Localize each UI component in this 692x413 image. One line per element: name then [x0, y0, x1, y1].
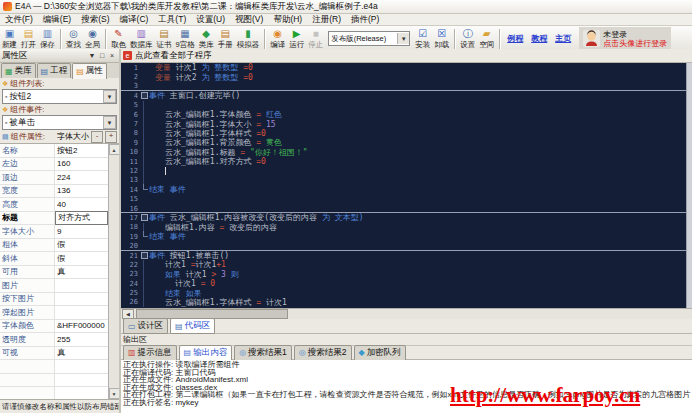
tab-search-result-1[interactable]: ◎搜索结果1: [234, 345, 292, 361]
menu-tools[interactable]: 工具(T): [153, 14, 191, 26]
panel-close-icon[interactable]: ×: [107, 51, 117, 61]
uninstall-button[interactable]: ☒卸载: [432, 27, 451, 51]
menu-search[interactable]: 搜索(S): [76, 14, 114, 26]
subroutine-bar[interactable]: e 点此查看全部子程序: [121, 49, 692, 63]
tab-output-content[interactable]: ▤输出内容: [179, 345, 233, 361]
workspace-button[interactable]: ▰空间: [477, 27, 496, 51]
settings-button[interactable]: ⓘ设置: [458, 27, 477, 51]
property-value[interactable]: &HFF000000: [55, 320, 108, 333]
property-row[interactable]: 左边160: [0, 158, 108, 172]
code-line[interactable]: 11云水_编辑框1.对齐方式 =0: [121, 157, 692, 166]
global-find-button[interactable]: ◉全局: [83, 27, 102, 51]
avatar[interactable]: [583, 30, 600, 47]
tab-code-area[interactable]: ▤代码区: [170, 318, 215, 334]
tab-search-result-2[interactable]: ◎搜索结果2: [294, 345, 352, 361]
property-row[interactable]: 高度40: [0, 198, 108, 212]
property-value[interactable]: 真: [55, 266, 108, 279]
tab-properties[interactable]: ▤属性: [72, 63, 107, 79]
compile-button[interactable]: ◉编译: [268, 27, 287, 51]
code-line[interactable]: 24计次1 = 0: [121, 279, 692, 288]
tab-tip-info[interactable]: ▥提示信息: [123, 345, 177, 361]
property-value[interactable]: 40: [55, 198, 108, 211]
menu-register[interactable]: 注册(R): [307, 14, 346, 26]
property-value[interactable]: 136: [55, 185, 108, 198]
property-value[interactable]: 255: [55, 333, 108, 346]
menu-compile[interactable]: 编译(C): [115, 14, 154, 26]
property-value[interactable]: 按钮2: [55, 144, 108, 157]
install-button[interactable]: ☑安装: [413, 27, 432, 51]
tab-design-area[interactable]: ▭设计区: [123, 318, 168, 334]
menu-plugins[interactable]: 插件(P): [346, 14, 384, 26]
code-line[interactable]: 13: [121, 176, 692, 185]
font-size-increase-button[interactable]: +: [105, 131, 117, 143]
save-button[interactable]: ▥保存: [38, 27, 57, 51]
scroll-down-icon[interactable]: ▼: [109, 388, 120, 399]
menu-view[interactable]: 视图(V): [230, 14, 268, 26]
code-line[interactable]: 19结束 事件: [121, 232, 692, 241]
code-line[interactable]: 14结束 事件: [121, 185, 692, 194]
property-value[interactable]: 真: [55, 347, 108, 360]
property-row[interactable]: 字体颜色&HFF000000: [0, 320, 108, 334]
property-grid-scrollbar[interactable]: ▲ ▼: [108, 144, 119, 399]
property-row[interactable]: 按下图片: [0, 293, 108, 307]
property-row[interactable]: 弹起图片: [0, 306, 108, 320]
run-button[interactable]: ▶运行: [287, 27, 306, 51]
code-line[interactable]: 18编辑框1.内容 = 改变后的内容: [121, 223, 692, 232]
component-list-dropdown-arrow-icon[interactable]: ▼: [103, 90, 116, 103]
property-value[interactable]: [55, 279, 108, 292]
property-row[interactable]: 可用真: [0, 266, 108, 280]
new-button[interactable]: ▣新建: [0, 27, 19, 51]
code-line[interactable]: 4事件 主窗口.创建完毕(): [121, 91, 692, 100]
property-value[interactable]: 9: [55, 225, 108, 238]
examples-link[interactable]: 例程: [507, 33, 523, 44]
property-value[interactable]: 160: [55, 158, 108, 171]
panel-pin-icon[interactable]: □: [97, 51, 107, 61]
tab-encrypt-queue[interactable]: ◆加密队列: [354, 345, 406, 361]
property-row[interactable]: 名称按钮2: [0, 144, 108, 158]
property-value[interactable]: 224: [55, 171, 108, 184]
property-row[interactable]: 顶边224: [0, 171, 108, 185]
manual-button[interactable]: ▤手册: [216, 27, 235, 51]
menu-help[interactable]: 帮助(H): [268, 14, 307, 26]
property-row[interactable]: 可视真: [0, 347, 108, 361]
release-combo[interactable]: 发布版(Release)▼: [328, 31, 410, 46]
code-line[interactable]: 15: [121, 194, 692, 203]
color-picker-button[interactable]: ✎取色: [109, 27, 128, 51]
property-value[interactable]: 假: [55, 252, 108, 265]
property-value[interactable]: [55, 293, 108, 306]
emulator-button[interactable]: ▮模拟器: [235, 27, 262, 51]
open-button[interactable]: ▤打开: [19, 27, 38, 51]
fold-box-icon[interactable]: [141, 214, 148, 221]
code-line[interactable]: 26云水_编辑框1.字体样式 = 计次1: [121, 298, 692, 307]
library-button[interactable]: ◆类库: [197, 27, 216, 51]
property-row[interactable]: 标题对齐方式: [0, 212, 108, 226]
component-event-dropdown-arrow-icon[interactable]: ▼: [103, 116, 116, 129]
component-list-dropdown[interactable]: ▪ 按钮2 ▼: [2, 89, 117, 104]
certificate-button[interactable]: ▤证书: [155, 27, 174, 51]
code-line[interactable]: 2变量 计次2 为 整数型 =0: [121, 72, 692, 81]
tab-project[interactable]: ▤工程: [37, 63, 72, 78]
menu-file[interactable]: 文件(F): [0, 14, 38, 26]
font-size-decrease-button[interactable]: -: [91, 131, 103, 143]
property-row[interactable]: 粗体假: [0, 239, 108, 253]
editor-vertical-scrollbar[interactable]: [686, 63, 692, 308]
property-value[interactable]: [55, 306, 108, 319]
login-hint[interactable]: 点击头像进行登录: [603, 39, 667, 48]
property-row[interactable]: 斜体假: [0, 252, 108, 266]
login-area[interactable]: 未登录 点击头像进行登录: [579, 27, 671, 51]
property-value[interactable]: 假: [55, 239, 108, 252]
code-editor[interactable]: 1变量 计次1 为 整数型 =02变量 计次2 为 整数型 =034事件 主窗口…: [121, 63, 692, 308]
menu-settings[interactable]: 设置(U): [191, 14, 230, 26]
fold-box-icon[interactable]: [141, 252, 148, 259]
find-button[interactable]: ◎查找: [64, 27, 83, 51]
property-value[interactable]: 对齐方式: [55, 211, 108, 226]
property-row[interactable]: 图片: [0, 279, 108, 293]
property-row[interactable]: 宽度136: [0, 185, 108, 199]
tutorial-link[interactable]: 教程: [531, 33, 547, 44]
tab-class-library[interactable]: ▦类库: [1, 63, 36, 78]
menu-edit[interactable]: 编辑(E): [38, 14, 76, 26]
component-event-dropdown[interactable]: ▪ 被单击 ▼: [2, 115, 117, 130]
fold-box-icon[interactable]: [141, 92, 148, 99]
code-line[interactable]: 12: [121, 166, 692, 175]
database-button[interactable]: ▥数据库: [128, 27, 155, 51]
